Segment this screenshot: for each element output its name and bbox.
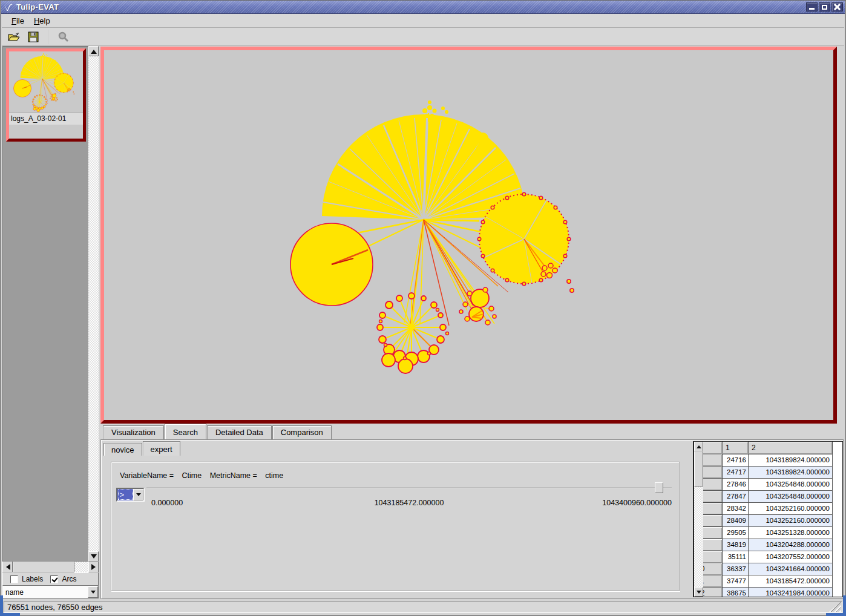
tab-visualization[interactable]: Visualization [103, 425, 164, 439]
magnifier-icon [57, 31, 70, 43]
table-row[interactable]: 12386751043241984.000000 [694, 588, 833, 597]
operator-select[interactable]: > [116, 488, 145, 502]
search-tab-page: novice expert VariableName = Ctime Metri… [100, 439, 844, 599]
scroll-left-button[interactable] [2, 562, 13, 572]
thumbnail-item-selected[interactable]: logs_A_03-02-01 [6, 48, 86, 142]
table-row[interactable]: 6284091043252160.000000 [694, 515, 833, 527]
open-button[interactable] [5, 29, 22, 45]
labels-checkbox-label: Labels [22, 575, 43, 583]
maximize-button[interactable] [819, 2, 830, 11]
table-row[interactable]: 9351111043207552.000000 [694, 551, 833, 563]
down-arrow-icon [91, 554, 97, 562]
display-options-panel: Labels Arcs [2, 572, 99, 586]
table-row[interactable]: 5283421043252160.000000 [694, 503, 833, 515]
tab-search[interactable]: Search [165, 424, 206, 439]
resize-grip-icon[interactable] [829, 601, 841, 612]
hscrollbar-thumb[interactable] [13, 562, 74, 572]
save-floppy-icon [28, 31, 39, 42]
status-bar: 76551 nodes, 76550 edges [2, 600, 844, 614]
metric-name-value: ctime [265, 471, 283, 480]
graph-visualization [104, 50, 833, 420]
arcs-checkbox[interactable] [50, 575, 58, 583]
table-row[interactable]: 4278471043254848.000000 [694, 491, 833, 503]
scroll-down-button[interactable] [88, 551, 99, 562]
slider-mid-label: 1043185472.000000 [146, 499, 672, 507]
thumbnail-label: logs_A_03-02-01 [9, 113, 83, 125]
save-button[interactable] [25, 29, 42, 45]
table-header-row: 1 2 [694, 442, 833, 454]
tab-detailed-data[interactable]: Detailed Data [207, 425, 272, 439]
main-tabs: Visualization Search Detailed Data Compa… [103, 424, 332, 439]
table-row[interactable]: 7295051043251328.000000 [694, 527, 833, 539]
table-body[interactable]: 1247161043189824.000000 2247171043189824… [694, 454, 833, 597]
window-corner-handle[interactable] [0, 613, 20, 616]
toolbar [2, 28, 844, 46]
table-vscrollbar[interactable] [694, 442, 703, 597]
graph-canvas[interactable] [100, 47, 837, 424]
threshold-slider-handle[interactable] [655, 482, 663, 493]
close-button[interactable] [831, 2, 843, 11]
right-arrow-icon [91, 564, 99, 570]
table-row[interactable]: 10363371043241664.000000 [694, 563, 833, 575]
close-icon [834, 4, 841, 10]
scroll-down-button[interactable] [694, 587, 703, 597]
arcs-checkbox-label: Arcs [62, 575, 76, 583]
find-button[interactable] [55, 29, 72, 45]
scroll-up-button[interactable] [88, 46, 99, 56]
left-arrow-icon [3, 564, 10, 570]
menu-help[interactable]: Help [29, 15, 55, 27]
results-table: 1 2 1247161043189824.000000 224717104318… [693, 441, 843, 597]
vscrollbar-thumb[interactable] [694, 451, 703, 487]
threshold-slider-track[interactable] [146, 488, 672, 489]
window-corner-handle[interactable] [826, 613, 846, 616]
scrollbar-trough[interactable] [694, 487, 703, 587]
search-mode-tabs: novice expert [103, 441, 181, 456]
status-text: 76551 nodes, 76550 edges [7, 603, 103, 612]
table-row[interactable]: 11374771043185472.000000 [694, 575, 833, 588]
combo-arrow-button[interactable] [88, 586, 98, 598]
variable-name-value: Ctime [182, 471, 202, 480]
scroll-right-button[interactable] [88, 562, 99, 572]
scrollbar-trough[interactable] [88, 56, 99, 551]
up-arrow-icon [91, 47, 97, 54]
tab-expert[interactable]: expert [143, 441, 180, 456]
labels-checkbox[interactable] [10, 575, 18, 583]
down-arrow-icon [697, 591, 701, 596]
maximize-icon [822, 5, 827, 10]
slider-max-label: 1043400960.000000 [602, 499, 672, 507]
table-row[interactable]: 8348191043204288.000000 [694, 539, 833, 551]
chevron-down-icon [91, 591, 96, 596]
minimize-icon [809, 8, 815, 10]
tab-comparison[interactable]: Comparison [272, 425, 332, 439]
tab-novice[interactable]: novice [103, 443, 142, 456]
combo-arrow-button[interactable] [133, 489, 143, 500]
metric-name-label: MetricName = [210, 471, 257, 480]
column-header-1[interactable]: 1 [723, 442, 749, 454]
variable-name-label: VariableName = [120, 471, 174, 480]
minimize-button[interactable] [806, 2, 818, 11]
thumbnail-list[interactable]: logs_A_03-02-01 [2, 46, 88, 562]
results-grid: 1 2 1247161043189824.000000 224717104318… [694, 442, 833, 597]
table-row[interactable]: 3278461043254848.000000 [694, 479, 833, 491]
slider-labels: 0.000000 1043185472.000000 1043400960.00… [146, 499, 672, 508]
status-field: 76551 nodes, 76550 edges [4, 601, 842, 613]
search-criteria-header: VariableName = Ctime MetricName = ctime [120, 471, 289, 480]
chevron-down-icon [136, 493, 141, 499]
title-bar[interactable]: Tulip-EVAT [1, 1, 845, 14]
thumbnail-vscrollbar[interactable] [88, 46, 99, 562]
search-criteria-groupbox: VariableName = Ctime MetricName = ctime … [111, 462, 680, 591]
property-select[interactable]: name [2, 586, 99, 598]
toolbar-separator [48, 30, 49, 44]
scroll-up-button[interactable] [694, 442, 703, 451]
table-row[interactable]: 1247161043189824.000000 [694, 454, 833, 467]
up-arrow-icon [697, 443, 701, 448]
menu-file[interactable]: File [7, 15, 29, 27]
scrollbar-trough[interactable] [74, 562, 88, 572]
menu-bar: File Help [2, 14, 844, 28]
thumbnail-hscrollbar[interactable] [2, 562, 99, 572]
thumbnail-panel: logs_A_03-02-01 Labels Arcs name [2, 46, 99, 600]
table-row[interactable]: 2247171043189824.000000 [694, 467, 833, 479]
column-header-2[interactable]: 2 [749, 442, 833, 454]
open-folder-icon [7, 31, 21, 42]
window-title: Tulip-EVAT [16, 2, 59, 11]
